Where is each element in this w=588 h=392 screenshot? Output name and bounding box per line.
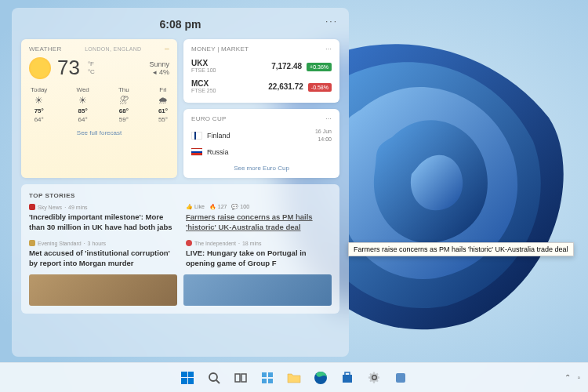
tray-icon[interactable]: ▫ [577, 373, 580, 382]
story-item[interactable]: Evening Standard · 3 hours Met accused o… [29, 240, 175, 268]
story-item[interactable]: Sky News · 49 mins 'Incredibly important… [29, 204, 175, 232]
more-icon[interactable]: ··· [325, 16, 338, 27]
pin-icon[interactable]: ─ [165, 45, 169, 53]
story-item[interactable]: 👍 Like🔥 127💬 100 Farmers raise concerns … [186, 204, 332, 232]
euro-cup-widget[interactable]: EURO CUP⋯ Finland16 Jun14:00 Russia See … [183, 109, 339, 178]
flag-russia-icon [191, 148, 202, 156]
see-forecast-link[interactable]: See full forecast [29, 129, 169, 136]
panel-time: 6:08 pm [160, 18, 201, 31]
top-stories-widget: TOP STORIES Sky News · 49 mins 'Incredib… [21, 184, 339, 314]
more-icon[interactable]: ⋯ [325, 115, 332, 122]
forecast-row: Today☀75°64° Wed☀85°64° Thu⛈68°59° Fri🌧6… [29, 86, 169, 123]
svg-point-1 [209, 373, 217, 381]
svg-rect-5 [262, 372, 267, 377]
widgets-button[interactable] [256, 367, 278, 389]
svg-rect-4 [241, 374, 246, 382]
edge-button[interactable] [310, 367, 332, 389]
more-icon[interactable]: ⋯ [325, 45, 332, 53]
svg-rect-7 [262, 379, 267, 383]
story-item[interactable]: The Independent · 18 mins LIVE: Hungary … [186, 240, 332, 268]
story-thumbnail[interactable] [183, 274, 332, 306]
temperature: 73 [57, 56, 80, 80]
svg-rect-6 [268, 372, 273, 377]
source-icon [186, 240, 192, 246]
search-button[interactable] [203, 367, 225, 389]
weather-location: London, England [85, 46, 141, 52]
tooltip: Farmers raise concerns as PM hails 'hist… [348, 242, 574, 256]
chevron-up-icon[interactable]: ⌃ [564, 373, 571, 382]
settings-button[interactable] [363, 367, 385, 389]
source-icon [29, 204, 35, 210]
store-button[interactable] [336, 367, 358, 389]
flag-finland-icon [191, 132, 202, 140]
widgets-panel: 6:08 pm ··· WEATHERLondon, England─ 73 °… [12, 8, 349, 357]
svg-rect-3 [235, 374, 240, 382]
market-widget[interactable]: MONEY | MARKET⋯ UKXFTSE 1007,172.48+0.36… [183, 39, 339, 103]
app-button[interactable] [390, 367, 412, 389]
see-euro-link[interactable]: See more Euro Cup [191, 165, 332, 172]
explorer-button[interactable] [283, 367, 305, 389]
source-icon [29, 240, 35, 246]
start-button[interactable] [176, 367, 198, 389]
svg-rect-11 [345, 372, 350, 376]
sun-icon [29, 57, 51, 79]
market-row: UKXFTSE 1007,172.48+0.36% [191, 56, 332, 76]
system-tray[interactable]: ⌃▫ [564, 373, 580, 382]
task-view-button[interactable] [230, 367, 252, 389]
svg-rect-8 [268, 379, 273, 383]
svg-rect-12 [396, 373, 405, 383]
weather-widget[interactable]: WEATHERLondon, England─ 73 °F°C Sunny◂ 4… [21, 39, 177, 178]
taskbar: ⌃▫ [0, 362, 588, 392]
market-row: MCXFTSE 25022,631.72-0.58% [191, 76, 332, 96]
story-thumbnail[interactable] [29, 274, 177, 306]
svg-line-2 [216, 380, 220, 383]
weather-title: WEATHER [29, 45, 62, 53]
